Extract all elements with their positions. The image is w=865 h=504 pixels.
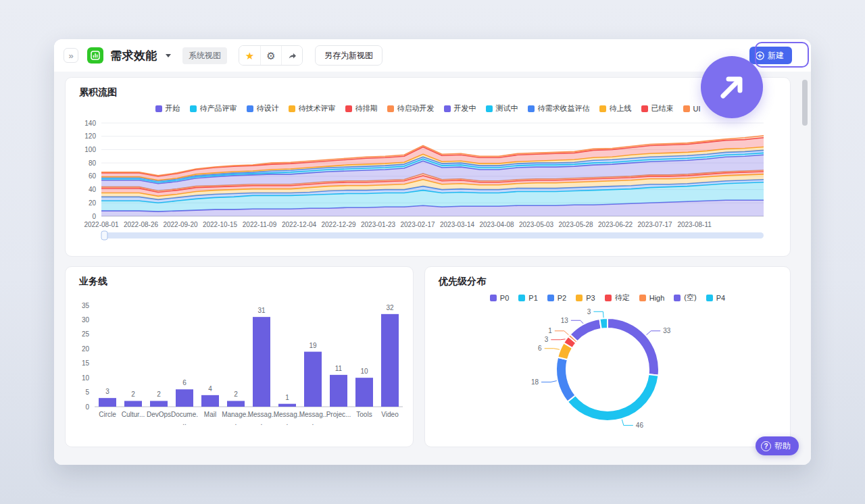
legend-item[interactable]: 测试中	[486, 103, 518, 114]
help-button[interactable]: ? 帮助	[756, 436, 799, 455]
legend-item[interactable]: 已结束	[641, 103, 674, 114]
pie-callout-value: 1	[548, 327, 552, 334]
bar[interactable]	[99, 398, 116, 407]
bar[interactable]	[124, 401, 142, 407]
legend-item[interactable]: 待技术评审	[289, 103, 336, 114]
legend-label: P3	[586, 294, 595, 302]
svg-text:Mail: Mail	[204, 411, 216, 418]
svg-text:2023-04-08: 2023-04-08	[479, 221, 514, 228]
svg-text:Manage..: Manage..	[222, 411, 250, 418]
bar[interactable]	[253, 317, 270, 407]
legend-item[interactable]: (空)	[674, 293, 696, 303]
svg-text:10: 10	[82, 374, 90, 382]
bar[interactable]	[381, 314, 399, 407]
legend-item[interactable]: High	[639, 294, 665, 302]
gear-icon: ⚙	[266, 51, 275, 61]
settings-button[interactable]: ⚙	[260, 46, 281, 65]
bar[interactable]	[176, 389, 193, 407]
legend-item[interactable]: P4	[706, 294, 725, 302]
arrow-up-right-icon	[714, 70, 749, 105]
legend-item[interactable]: P3	[576, 294, 595, 302]
svg-text:2022-11-09: 2022-11-09	[243, 221, 277, 228]
legend-swatch	[387, 105, 394, 112]
legend-label: P4	[716, 294, 725, 302]
legend-label: 待上线	[610, 103, 632, 114]
scrollbar-thumb[interactable]	[802, 80, 808, 126]
legend-item[interactable]: 待需求收益评估	[528, 103, 590, 114]
new-button-label: 新建	[768, 50, 784, 61]
priority-donut-chart[interactable]: 334618631133	[425, 304, 790, 436]
legend-swatch	[486, 105, 493, 112]
svg-text:140: 140	[84, 120, 96, 127]
legend-item[interactable]: 待上线	[599, 103, 632, 114]
svg-text:2023-05-28: 2023-05-28	[559, 221, 594, 228]
favorite-button[interactable]: ★	[239, 46, 260, 65]
svg-text:0: 0	[92, 213, 96, 220]
help-button-label: 帮助	[774, 440, 791, 452]
svg-text:.: .	[287, 419, 289, 426]
datazoom-handle[interactable]	[101, 231, 107, 240]
save-as-new-view-button[interactable]: 另存为新视图	[315, 45, 382, 66]
bar[interactable]	[304, 352, 322, 407]
legend-item[interactable]: P0	[490, 294, 509, 302]
legend-swatch	[674, 295, 681, 301]
collapse-sidebar-button[interactable]: »	[64, 48, 78, 63]
legend-label: 待产品评审	[200, 103, 237, 114]
flow-chart-legend: 开始待产品评审待设计待技术评审待排期待启动开发开发中测试中待需求收益评估待上线已…	[66, 103, 790, 114]
bar[interactable]	[227, 401, 245, 407]
bar[interactable]	[330, 375, 347, 407]
legend-label: 待需求收益评估	[538, 103, 590, 114]
svg-text:2022-12-29: 2022-12-29	[321, 221, 356, 228]
bar-chart-icon	[91, 51, 100, 60]
priority-distribution-card: 优先级分布 P0P1P2P3待定High(空)P4 334618631133	[424, 266, 791, 447]
svg-text:10: 10	[360, 368, 368, 375]
svg-text:2022-08-26: 2022-08-26	[124, 221, 159, 228]
title-dropdown-caret[interactable]	[166, 54, 171, 57]
legend-item[interactable]: 开发中	[444, 103, 476, 114]
business-line-bar-chart[interactable]: 051015202530353Circle2Cultur...2DevOps6D…	[66, 293, 413, 432]
legend-item[interactable]: 待设计	[247, 103, 279, 114]
legend-swatch	[190, 105, 197, 112]
legend-item[interactable]: 待产品评审	[190, 103, 237, 114]
bar[interactable]	[150, 401, 168, 407]
svg-text:2022-12-04: 2022-12-04	[282, 221, 317, 228]
pie-callout-value: 3	[545, 336, 549, 343]
legend-swatch	[289, 105, 295, 112]
svg-text:2023-05-03: 2023-05-03	[519, 221, 554, 228]
cumulative-flow-chart[interactable]: 0204060801001201402022-08-012022-08-2620…	[66, 115, 790, 242]
pie-slice[interactable]	[599, 318, 608, 329]
app-window: » 需求效能 系统视图 ★ ⚙ 另存为新视图	[54, 39, 811, 465]
legend-item[interactable]: 待定	[605, 293, 630, 303]
share-button[interactable]	[281, 46, 302, 65]
svg-text:2023-06-22: 2023-06-22	[598, 221, 633, 228]
svg-text:3: 3	[105, 388, 109, 395]
bar[interactable]	[278, 404, 296, 407]
legend-item[interactable]: 开始	[155, 103, 180, 114]
svg-text:32: 32	[386, 304, 394, 311]
cursor-indicator	[701, 56, 763, 118]
pie-slice[interactable]	[608, 318, 659, 376]
datazoom-slider[interactable]	[101, 232, 764, 238]
legend-label: P0	[500, 294, 509, 302]
pie-slice[interactable]	[568, 374, 659, 421]
legend-item[interactable]: UI	[683, 105, 701, 113]
svg-text:Docume.: Docume.	[171, 411, 198, 418]
legend-label: 待设计	[257, 103, 279, 114]
legend-item[interactable]: P1	[518, 294, 537, 302]
svg-text:Cultur...: Cultur...	[122, 411, 145, 418]
legend-item[interactable]: 待启动开发	[387, 103, 435, 114]
pie-slice[interactable]	[556, 357, 575, 402]
svg-text:11: 11	[335, 365, 343, 372]
legend-label: 开发中	[454, 103, 476, 114]
vertical-scrollbar[interactable]	[802, 77, 808, 453]
bar[interactable]	[201, 395, 219, 407]
pie-slice[interactable]	[570, 319, 601, 341]
bar[interactable]	[355, 378, 373, 407]
new-button[interactable]: 新建	[749, 47, 792, 64]
legend-item[interactable]: P2	[547, 294, 566, 302]
legend-swatch	[528, 105, 535, 112]
cards-row: 业务线 051015202530353Circle2Cultur...2DevO…	[65, 266, 791, 447]
legend-label: (空)	[684, 293, 696, 303]
svg-text:.: .	[312, 419, 314, 426]
legend-item[interactable]: 待排期	[345, 103, 378, 114]
